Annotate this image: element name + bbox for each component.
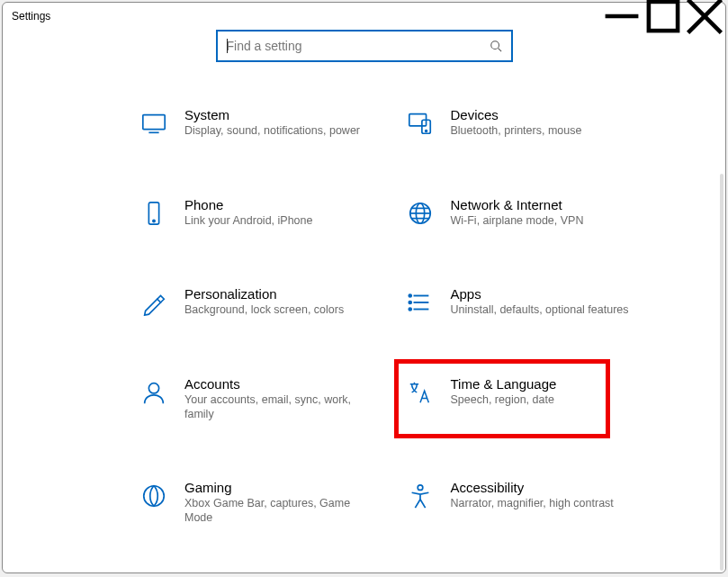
tile-subtitle: Speech, region, date (451, 393, 598, 408)
svg-point-24 (148, 383, 158, 393)
svg-point-26 (418, 485, 423, 491)
gaming-icon (139, 482, 168, 510)
tile-subtitle: Narrator, magnifier, high contrast (451, 497, 640, 511)
search-wrap (3, 30, 725, 62)
tile-title: System (184, 107, 373, 122)
svg-rect-1 (649, 2, 678, 31)
tile-phone[interactable]: Phone Link your Android, iPhone (139, 197, 373, 229)
svg-point-21 (409, 294, 411, 297)
personalization-icon (139, 288, 168, 317)
svg-point-25 (144, 486, 165, 507)
tile-subtitle: Bluetooth, printers, mouse (451, 124, 640, 139)
tile-title: Personalization (184, 286, 373, 302)
tile-accessibility[interactable]: Accessibility Narrator, magnifier, high … (406, 480, 640, 525)
tile-title: Gaming (184, 480, 373, 495)
window-title: Settings (12, 10, 50, 23)
titlebar: Settings (3, 3, 725, 30)
close-button[interactable] (684, 3, 725, 30)
system-icon (139, 109, 168, 138)
text-caret (227, 39, 228, 53)
tile-system[interactable]: System Display, sound, notifications, po… (139, 107, 373, 139)
content-area: System Display, sound, notifications, po… (3, 30, 725, 572)
settings-window: Settings (2, 2, 726, 573)
tile-title: Apps (451, 286, 640, 302)
svg-point-4 (490, 41, 499, 50)
accessibility-icon (406, 482, 435, 510)
tile-apps[interactable]: Apps Uninstall, defaults, optional featu… (406, 286, 640, 318)
minimize-button[interactable] (601, 3, 643, 30)
tile-time-language[interactable]: Time & Language Speech, region, date (399, 364, 606, 434)
svg-point-10 (425, 131, 427, 132)
tile-subtitle: Background, lock screen, colors (184, 303, 373, 318)
search-input[interactable] (227, 39, 502, 53)
tile-title: Network & Internet (451, 197, 640, 212)
tile-gaming[interactable]: Gaming Xbox Game Bar, captures, Game Mod… (139, 480, 373, 525)
tile-subtitle: Your accounts, email, sync, work, family (184, 393, 373, 421)
tile-title: Accessibility (451, 480, 640, 495)
devices-icon (406, 109, 435, 138)
maximize-button[interactable] (643, 3, 684, 30)
scrollbar[interactable] (720, 174, 724, 571)
tile-accounts[interactable]: Accounts Your accounts, email, sync, wor… (139, 376, 373, 421)
tile-subtitle: Wi-Fi, airplane mode, VPN (451, 214, 640, 229)
tile-title: Accounts (184, 376, 373, 392)
tile-title: Phone (184, 197, 373, 212)
tile-subtitle: Display, sound, notifications, power (184, 124, 373, 139)
svg-point-22 (409, 302, 411, 304)
svg-rect-6 (143, 115, 165, 130)
svg-point-12 (153, 220, 155, 221)
tile-title: Time & Language (451, 376, 598, 392)
search-box[interactable] (216, 30, 513, 62)
phone-icon (139, 199, 168, 228)
search-icon (490, 40, 502, 52)
network-icon (406, 199, 435, 228)
svg-point-23 (409, 308, 411, 311)
time-language-icon (406, 378, 435, 407)
tile-network[interactable]: Network & Internet Wi-Fi, airplane mode,… (406, 197, 640, 229)
tile-subtitle: Uninstall, defaults, optional features (451, 303, 640, 318)
tile-title: Devices (451, 107, 640, 122)
tile-personalization[interactable]: Personalization Background, lock screen,… (139, 286, 373, 318)
tile-subtitle: Xbox Game Bar, captures, Game Mode (184, 497, 373, 525)
accounts-icon (139, 378, 168, 407)
tile-subtitle: Link your Android, iPhone (184, 214, 373, 229)
window-controls (601, 3, 725, 30)
svg-line-5 (498, 49, 501, 52)
tile-devices[interactable]: Devices Bluetooth, printers, mouse (406, 107, 640, 139)
apps-icon (406, 288, 435, 317)
settings-grid: System Display, sound, notifications, po… (3, 107, 725, 561)
